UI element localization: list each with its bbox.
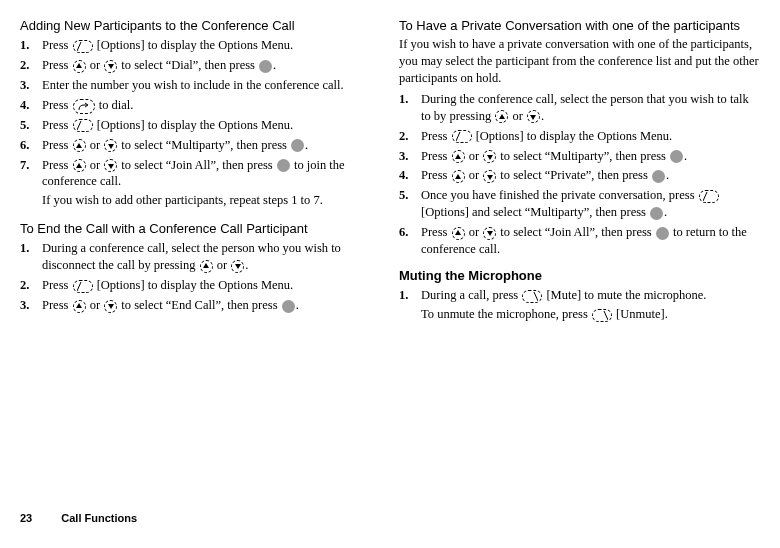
- step-number: 3.: [20, 77, 42, 94]
- list-item: 3. Enter the number you wish to include …: [20, 77, 381, 94]
- text: or: [214, 258, 231, 272]
- step-body: Press to dial.: [42, 97, 381, 114]
- text: [Unmute].: [613, 307, 668, 321]
- step-body: Press or to select “Join All”, then pres…: [42, 157, 381, 212]
- softkey-left-icon: [73, 280, 93, 293]
- text: During the conference call, select the p…: [421, 92, 749, 123]
- list-item: 6. Press or to select “Join All”, then p…: [399, 224, 760, 258]
- up-arrow-icon: [200, 260, 213, 273]
- steps-private-conv: 1. During the conference call, select th…: [399, 91, 760, 258]
- step-number: 1.: [399, 91, 421, 125]
- text: [Options] to display the Options Menu.: [94, 38, 294, 52]
- send-key-icon: [73, 99, 95, 114]
- step-body: Press [Options] to display the Options M…: [42, 117, 381, 134]
- down-arrow-icon: [104, 139, 117, 152]
- text: Press: [42, 58, 72, 72]
- step-body: During a call, press [Mute] to mute the …: [421, 287, 760, 325]
- step-body: During a conference call, select the per…: [42, 240, 381, 274]
- left-column: Adding New Participants to the Conferenc…: [20, 18, 381, 335]
- step-number: 5.: [399, 187, 421, 221]
- list-item: 5. Press [Options] to display the Option…: [20, 117, 381, 134]
- text: or: [87, 298, 104, 312]
- list-item: 1. During a call, press [Mute] to mute t…: [399, 287, 760, 325]
- text: Press: [42, 98, 72, 112]
- up-arrow-icon: [73, 60, 86, 73]
- step-number: 3.: [399, 148, 421, 165]
- page-footer: 23 Call Functions: [20, 511, 137, 526]
- text: Press: [42, 278, 72, 292]
- text: .: [296, 298, 299, 312]
- text: to dial.: [96, 98, 134, 112]
- list-item: 4. Press or to select “Private”, then pr…: [399, 167, 760, 184]
- step-body: Once you have finished the private conve…: [421, 187, 760, 221]
- step-number: 7.: [20, 157, 42, 212]
- list-item: 3. Press or to select “Multiparty”, then…: [399, 148, 760, 165]
- text: .: [541, 109, 544, 123]
- step-note: If you wish to add other participants, r…: [42, 192, 381, 209]
- list-item: 6. Press or to select “Multiparty”, then…: [20, 137, 381, 154]
- steps-add-participants: 1. Press [Options] to display the Option…: [20, 37, 381, 211]
- softkey-right-icon: [592, 309, 612, 322]
- text: .: [273, 58, 276, 72]
- up-arrow-icon: [495, 110, 508, 123]
- up-arrow-icon: [452, 170, 465, 183]
- steps-end-call: 1. During a conference call, select the …: [20, 240, 381, 314]
- text: Press: [421, 168, 451, 182]
- text: Press: [421, 149, 451, 163]
- text: Press: [42, 298, 72, 312]
- text: [Options] to display the Options Menu.: [473, 129, 673, 143]
- ok-button-icon: [277, 159, 290, 172]
- heading-private-conv: To Have a Private Conversation with one …: [399, 18, 760, 34]
- step-number: 5.: [20, 117, 42, 134]
- step-number: 2.: [399, 128, 421, 145]
- footer-section: Call Functions: [61, 512, 137, 524]
- text: to select “Dial”, then press: [118, 58, 258, 72]
- text: Press: [42, 38, 72, 52]
- down-arrow-icon: [104, 60, 117, 73]
- text: To unmute the microphone, press: [421, 307, 591, 321]
- text: [Mute] to mute the microphone.: [543, 288, 706, 302]
- text: [Options] to display the Options Menu.: [94, 278, 294, 292]
- text: Press: [421, 129, 451, 143]
- text: During a conference call, select the per…: [42, 241, 341, 272]
- text: [Options] to display the Options Menu.: [94, 118, 294, 132]
- step-number: 1.: [20, 37, 42, 54]
- step-body: Press or to select “Multiparty”, then pr…: [421, 148, 760, 165]
- text: to select “Multiparty”, then press: [118, 138, 290, 152]
- content-columns: Adding New Participants to the Conferenc…: [20, 18, 760, 335]
- list-item: 1. During a conference call, select the …: [20, 240, 381, 274]
- softkey-left-icon: [73, 40, 93, 53]
- step-body: Press [Options] to display the Options M…: [42, 37, 381, 54]
- step-body: Press or to select “Dial”, then press .: [42, 57, 381, 74]
- step-body: Press [Options] to display the Options M…: [421, 128, 760, 145]
- list-item: 1. Press [Options] to display the Option…: [20, 37, 381, 54]
- step-body: Press or to select “End Call”, then pres…: [42, 297, 381, 314]
- text: or: [466, 168, 483, 182]
- step-body: Press or to select “Join All”, then pres…: [421, 224, 760, 258]
- text: Press: [42, 158, 72, 172]
- page-number: 23: [20, 512, 32, 524]
- ok-button-icon: [670, 150, 683, 163]
- list-item: 4. Press to dial.: [20, 97, 381, 114]
- down-arrow-icon: [483, 227, 496, 240]
- up-arrow-icon: [73, 139, 86, 152]
- text: [Options] and select “Multiparty”, then …: [421, 205, 649, 219]
- step-number: 2.: [20, 57, 42, 74]
- softkey-left-icon: [73, 119, 93, 132]
- text: Once you have finished the private conve…: [421, 188, 698, 202]
- down-arrow-icon: [527, 110, 540, 123]
- text: to select “Join All”, then press: [118, 158, 276, 172]
- ok-button-icon: [259, 60, 272, 73]
- down-arrow-icon: [483, 150, 496, 163]
- up-arrow-icon: [452, 227, 465, 240]
- step-number: 1.: [20, 240, 42, 274]
- step-note: To unmute the microphone, press [Unmute]…: [421, 306, 760, 323]
- text: Press: [421, 225, 451, 239]
- heading-mute: Muting the Microphone: [399, 268, 760, 284]
- ok-button-icon: [282, 300, 295, 313]
- list-item: 7. Press or to select “Join All”, then p…: [20, 157, 381, 212]
- down-arrow-icon: [104, 159, 117, 172]
- text: or: [466, 149, 483, 163]
- up-arrow-icon: [73, 300, 86, 313]
- text: .: [305, 138, 308, 152]
